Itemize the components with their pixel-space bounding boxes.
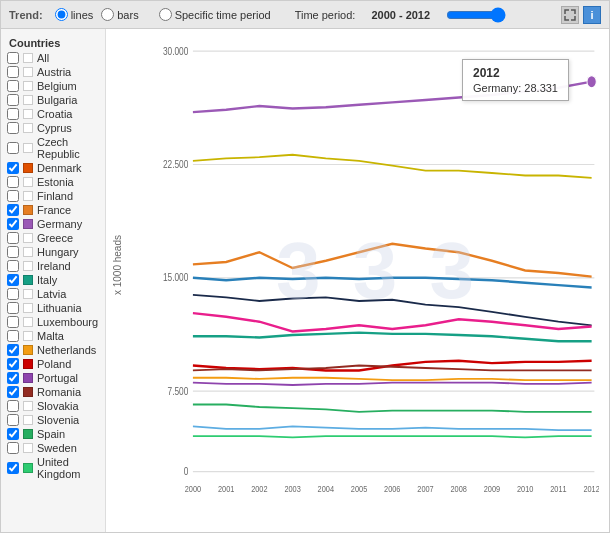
country-checkbox-denmark[interactable] — [7, 162, 19, 174]
country-name-label: Austria — [37, 66, 99, 78]
country-name-label: Czech Republic — [37, 136, 99, 160]
time-slider[interactable] — [446, 10, 506, 20]
country-checkbox-luxembourg[interactable] — [7, 316, 19, 328]
color-swatch-hungary — [23, 247, 33, 257]
country-checkbox-lithuania[interactable] — [7, 302, 19, 314]
country-name-label: Cyprus — [37, 122, 99, 134]
color-swatch-all — [23, 53, 33, 63]
country-checkbox-estonia[interactable] — [7, 176, 19, 188]
country-checkbox-croatia[interactable] — [7, 108, 19, 120]
country-item-slovenia[interactable]: Slovenia — [1, 413, 105, 427]
color-swatch-estonia — [23, 177, 33, 187]
country-checkbox-czech-republic[interactable] — [7, 142, 19, 154]
country-item-poland[interactable]: Poland — [1, 357, 105, 371]
color-swatch-austria — [23, 67, 33, 77]
country-item-ireland[interactable]: Ireland — [1, 259, 105, 273]
country-checkbox-italy[interactable] — [7, 274, 19, 286]
color-swatch-portugal — [23, 373, 33, 383]
country-item-luxembourg[interactable]: Luxembourg — [1, 315, 105, 329]
color-swatch-spain — [23, 429, 33, 439]
country-checkbox-latvia[interactable] — [7, 288, 19, 300]
country-item-all[interactable]: All — [1, 51, 105, 65]
country-checkbox-hungary[interactable] — [7, 246, 19, 258]
color-swatch-latvia — [23, 289, 33, 299]
lines-radio[interactable] — [55, 8, 68, 21]
country-item-denmark[interactable]: Denmark — [1, 161, 105, 175]
country-checkbox-romania[interactable] — [7, 386, 19, 398]
time-range: 2000 - 2012 — [371, 9, 430, 21]
expand-icon[interactable] — [561, 6, 579, 24]
specific-time-radio[interactable] — [159, 8, 172, 21]
color-swatch-italy — [23, 275, 33, 285]
country-checkbox-cyprus[interactable] — [7, 122, 19, 134]
country-item-italy[interactable]: Italy — [1, 273, 105, 287]
country-item-cyprus[interactable]: Cyprus — [1, 121, 105, 135]
country-checkbox-germany[interactable] — [7, 218, 19, 230]
country-checkbox-bulgaria[interactable] — [7, 94, 19, 106]
country-item-hungary[interactable]: Hungary — [1, 245, 105, 259]
country-item-greece[interactable]: Greece — [1, 231, 105, 245]
bars-radio[interactable] — [101, 8, 114, 21]
country-item-czech-republic[interactable]: Czech Republic — [1, 135, 105, 161]
country-name-label: Slovakia — [37, 400, 99, 412]
svg-text:2005: 2005 — [351, 483, 368, 494]
country-item-belgium[interactable]: Belgium — [1, 79, 105, 93]
country-item-finland[interactable]: Finland — [1, 189, 105, 203]
content-area: Countries AllAustriaBelgiumBulgariaCroat… — [1, 29, 609, 532]
svg-text:0: 0 — [184, 465, 189, 477]
country-item-france[interactable]: France — [1, 203, 105, 217]
color-swatch-croatia — [23, 109, 33, 119]
country-item-austria[interactable]: Austria — [1, 65, 105, 79]
country-checkbox-netherlands[interactable] — [7, 344, 19, 356]
country-item-germany[interactable]: Germany — [1, 217, 105, 231]
info-icon[interactable]: i — [583, 6, 601, 24]
country-name-label: Portugal — [37, 372, 99, 384]
country-item-netherlands[interactable]: Netherlands — [1, 343, 105, 357]
country-checkbox-all[interactable] — [7, 52, 19, 64]
specific-time-label: Specific time period — [175, 9, 271, 21]
color-swatch-bulgaria — [23, 95, 33, 105]
country-checkbox-poland[interactable] — [7, 358, 19, 370]
country-name-label: Germany — [37, 218, 99, 230]
country-checkbox-greece[interactable] — [7, 232, 19, 244]
country-checkbox-slovakia[interactable] — [7, 400, 19, 412]
country-name-label: Hungary — [37, 246, 99, 258]
country-checkbox-sweden[interactable] — [7, 442, 19, 454]
svg-text:22.500: 22.500 — [163, 158, 189, 170]
country-name-label: Greece — [37, 232, 99, 244]
specific-time-radio-item[interactable]: Specific time period — [159, 8, 271, 21]
country-checkbox-portugal[interactable] — [7, 372, 19, 384]
country-checkbox-austria[interactable] — [7, 66, 19, 78]
country-name-label: Denmark — [37, 162, 99, 174]
country-item-united-kingdom[interactable]: United Kingdom — [1, 455, 105, 481]
svg-text:2012: 2012 — [583, 483, 599, 494]
country-item-latvia[interactable]: Latvia — [1, 287, 105, 301]
country-item-sweden[interactable]: Sweden — [1, 441, 105, 455]
svg-text:2007: 2007 — [417, 483, 434, 494]
color-swatch-denmark — [23, 163, 33, 173]
country-item-malta[interactable]: Malta — [1, 329, 105, 343]
bars-radio-item[interactable]: bars — [101, 8, 138, 21]
country-name-label: Italy — [37, 274, 99, 286]
country-checkbox-spain[interactable] — [7, 428, 19, 440]
country-checkbox-united-kingdom[interactable] — [7, 462, 19, 474]
country-checkbox-ireland[interactable] — [7, 260, 19, 272]
lines-radio-item[interactable]: lines — [55, 8, 94, 21]
country-checkbox-belgium[interactable] — [7, 80, 19, 92]
country-item-bulgaria[interactable]: Bulgaria — [1, 93, 105, 107]
country-item-estonia[interactable]: Estonia — [1, 175, 105, 189]
country-item-portugal[interactable]: Portugal — [1, 371, 105, 385]
country-checkbox-finland[interactable] — [7, 190, 19, 202]
country-checkbox-france[interactable] — [7, 204, 19, 216]
svg-text:2006: 2006 — [384, 483, 401, 494]
country-item-lithuania[interactable]: Lithuania — [1, 301, 105, 315]
country-checkbox-slovenia[interactable] — [7, 414, 19, 426]
country-item-spain[interactable]: Spain — [1, 427, 105, 441]
country-checkbox-malta[interactable] — [7, 330, 19, 342]
svg-text:2001: 2001 — [218, 483, 235, 494]
toolbar: Trend: lines bars Specific time period T… — [1, 1, 609, 29]
country-item-croatia[interactable]: Croatia — [1, 107, 105, 121]
country-item-romania[interactable]: Romania — [1, 385, 105, 399]
country-name-label: Lithuania — [37, 302, 99, 314]
country-item-slovakia[interactable]: Slovakia — [1, 399, 105, 413]
